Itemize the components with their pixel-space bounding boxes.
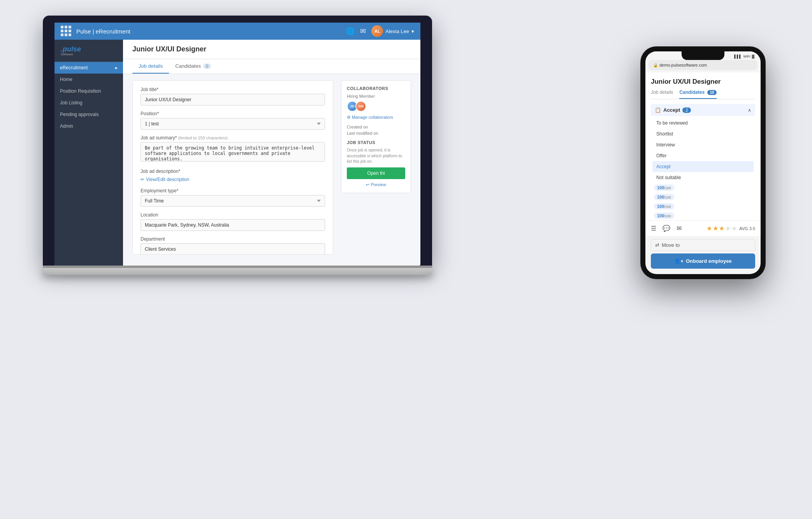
move-to-icon: ⇄ (655, 242, 659, 248)
content-area: Job title* Position* 1 | test (123, 74, 420, 261)
employment-type-label: Employment type* (141, 188, 325, 194)
manage-collaborators-link[interactable]: ⚙ Manage collaborators (347, 115, 405, 120)
laptop-device: Pulse | eRecruitment 🌐 ✉ AL Alexia Lee ▾ (43, 16, 432, 275)
email-icon[interactable]: ✉ (677, 225, 682, 232)
department-input[interactable] (141, 243, 325, 255)
comment-icon[interactable]: 💬 (663, 225, 670, 232)
view-edit-description-link[interactable]: ✏ View/Edit description (141, 177, 189, 182)
job-ad-description-label: Job ad description* (141, 169, 325, 174)
wifi-icon: WiFi (743, 55, 750, 58)
candidates-badge: 0 (203, 63, 211, 69)
phone-content: Junior UX/UI Designer Job details Candid… (645, 72, 761, 220)
score-3: 100/100 (654, 203, 674, 209)
star-4: ★ (725, 225, 731, 232)
job-ad-summary-textarea[interactable]: Be part of the growing team to bring int… (141, 142, 325, 162)
footer-icons: ☰ 💬 ✉ (651, 225, 682, 232)
phone-screen: ▌▌▌ WiFi ▓ 🔒 demo.pulsesoftware.com Juni… (645, 51, 761, 274)
user-name: Alexia Lee (385, 28, 409, 34)
sidebar-logo: .pulse Software (54, 40, 123, 62)
grid-icon[interactable] (61, 26, 72, 37)
avatar-group: JD SM (347, 101, 405, 112)
app-layout: .pulse Software eRecruitment ▸ Home Posi… (54, 40, 420, 266)
job-status-section: JOB STATUS Once job is opened, it is acc… (347, 140, 405, 187)
phone-url-bar[interactable]: 🔒 demo.pulsesoftware.com (649, 60, 758, 70)
location-group: Location (141, 212, 325, 231)
job-title-label: Job title* (141, 87, 325, 92)
sidebar-item-erecruitment[interactable]: eRecruitment ▸ (54, 62, 123, 74)
sidebar-item-pending-approvals[interactable]: Pending approvals (54, 109, 123, 120)
position-label: Position* (141, 111, 325, 116)
last-modified-row: Last modified on (347, 131, 405, 135)
accept-section-left: 📋 Accept 2 (655, 107, 691, 113)
avg-rating: AVG 3.5 (739, 226, 755, 231)
employment-type-select[interactable]: Full Time (141, 195, 325, 207)
stars-rating: ★ ★ ★ ★ ★ AVG 3.5 (707, 225, 755, 232)
stage-not-suitable[interactable]: Not suitable (652, 172, 754, 183)
list-icon[interactable]: ☰ (651, 225, 656, 232)
phone-notch (682, 51, 724, 60)
job-title-input[interactable] (141, 94, 325, 106)
score-4: 100/100 (654, 213, 674, 219)
star-2: ★ (713, 225, 718, 232)
laptop-base (43, 268, 432, 275)
accept-section-header[interactable]: 📋 Accept 2 ∧ (651, 104, 755, 116)
open-this-button[interactable]: Open thi (347, 167, 405, 179)
onboard-employee-button[interactable]: 👤+ Onboard employee (651, 253, 755, 269)
stage-to-be-reviewed[interactable]: To be reviewed (652, 118, 754, 128)
phone-status-icons: ▌▌▌ WiFi ▓ (734, 55, 754, 58)
department-label: Department (141, 236, 325, 242)
top-navbar: Pulse | eRecruitment 🌐 ✉ AL Alexia Lee ▾ (54, 23, 420, 40)
stage-shortlist[interactable]: Shortlist (652, 128, 754, 139)
accept-count: 2 (682, 107, 691, 113)
score-1: 100/100 (654, 185, 674, 191)
score-row-1: 100/100 (651, 183, 755, 192)
location-input[interactable] (141, 219, 325, 231)
stage-accept[interactable]: Accept (652, 161, 754, 172)
stage-list: To be reviewed Shortlist Interview Offer… (651, 118, 755, 183)
job-ad-summary-group: Job ad summary* (limited to 150 characte… (141, 135, 325, 163)
app-title: Pulse | eRecruitment (76, 28, 341, 35)
score-2: 100/100 (654, 194, 674, 200)
department-group: Department (141, 236, 325, 255)
sidebar-item-job-listing[interactable]: Job Listing (54, 97, 123, 109)
sidebar-item-home[interactable]: Home (54, 74, 123, 85)
employment-type-group: Employment type* Full Time (141, 188, 325, 207)
main-content: Junior UX/UI Designer Job details Candid… (123, 40, 420, 266)
mobile-device: ▌▌▌ WiFi ▓ 🔒 demo.pulsesoftware.com Juni… (641, 47, 765, 279)
hiring-member-label: Hiring Member (347, 94, 405, 99)
phone-tab-job-details[interactable]: Job details (651, 90, 673, 99)
phone-tab-candidates[interactable]: Candidates 10 (679, 90, 716, 99)
location-label: Location (141, 212, 325, 218)
chevron-up-icon[interactable]: ∧ (748, 107, 751, 113)
job-ad-description-group: Job ad description* ✏ View/Edit descript… (141, 169, 325, 183)
document-icon: 📋 (655, 107, 661, 113)
right-panel: COLLABORATORS Hiring Member JD SM ⚙ Mana… (341, 80, 411, 255)
accept-label: Accept (663, 107, 680, 113)
job-status-title: JOB STATUS (347, 140, 405, 145)
stage-interview[interactable]: Interview (652, 139, 754, 150)
edit-icon: ✏ (141, 177, 144, 182)
globe-icon[interactable]: 🌐 (346, 27, 355, 35)
preview-link[interactable]: ↩ Preview (347, 182, 405, 187)
created-on-row: Created on (347, 125, 405, 129)
star-5: ★ (731, 225, 737, 232)
tab-job-details[interactable]: Job details (132, 59, 169, 74)
star-1: ★ (707, 225, 712, 232)
page-title: Junior UX/UI Designer (132, 45, 206, 53)
mail-icon[interactable]: ✉ (360, 27, 366, 35)
tab-candidates[interactable]: Candidates 0 (169, 59, 217, 74)
position-select[interactable]: 1 | test (141, 118, 325, 130)
star-3: ★ (719, 225, 724, 232)
tab-bar: Job details Candidates 0 (123, 59, 420, 74)
sidebar-item-position-requisition[interactable]: Position Requisition (54, 85, 123, 97)
user-menu[interactable]: AL Alexia Lee ▾ (371, 25, 414, 37)
phone-tabs: Job details Candidates 10 (651, 90, 755, 99)
avatar-2: SM (355, 101, 366, 112)
score-row-4: 100/100 (651, 211, 755, 220)
sidebar-item-admin[interactable]: Admin (54, 120, 123, 132)
person-plus-icon: 👤+ (674, 258, 684, 264)
battery-icon: ▓ (752, 55, 754, 58)
form-panel: Job title* Position* 1 | test (132, 80, 333, 255)
stage-offer[interactable]: Offer (652, 150, 754, 161)
move-to-button[interactable]: ⇄ Move to (651, 239, 755, 251)
